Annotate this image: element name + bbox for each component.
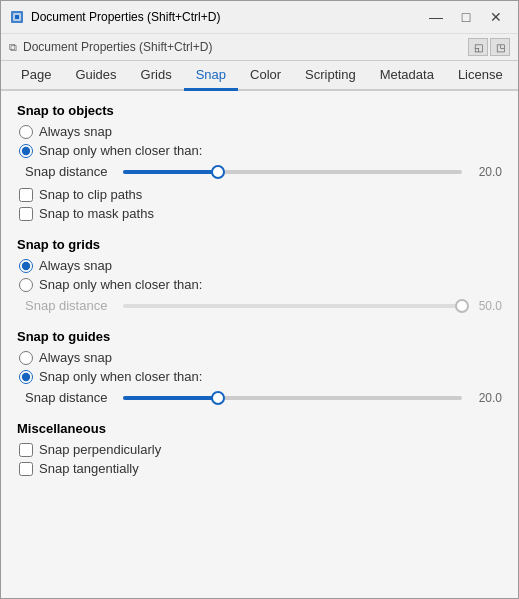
snap-objects-slider-track[interactable] [123, 170, 462, 174]
snap-to-grids-title: Snap to grids [17, 237, 502, 252]
snap-mask-paths-row: Snap to mask paths [17, 206, 502, 221]
app-icon [9, 9, 25, 25]
main-window: Document Properties (Shift+Ctrl+D) — □ ✕… [0, 0, 519, 599]
miscellaneous-title: Miscellaneous [17, 421, 502, 436]
snap-guides-only-row: Snap only when closer than: [17, 369, 502, 384]
snap-grids-only-row: Snap only when closer than: [17, 277, 502, 292]
tab-license[interactable]: License [446, 61, 515, 91]
close-button[interactable]: ✕ [482, 7, 510, 27]
snap-objects-slider-row: Snap distance 20.0 [25, 164, 502, 179]
snap-grids-slider-thumb [455, 299, 469, 313]
tab-grids[interactable]: Grids [129, 61, 184, 91]
tab-color[interactable]: Color [238, 61, 293, 91]
snap-objects-always-row: Always snap [17, 124, 502, 139]
snap-objects-slider-fill [123, 170, 218, 174]
snap-guides-only-label: Snap only when closer than: [39, 369, 202, 384]
snap-objects-slider-value: 20.0 [470, 165, 502, 179]
miscellaneous-section: Miscellaneous Snap perpendicularly Snap … [17, 421, 502, 476]
snap-clip-paths-row: Snap to clip paths [17, 187, 502, 202]
minimize-button[interactable]: — [422, 7, 450, 27]
secondary-ctrl-2[interactable]: ◳ [490, 38, 510, 56]
snap-to-grids-section: Snap to grids Always snap Snap only when… [17, 237, 502, 313]
snap-perpendicularly-row: Snap perpendicularly [17, 442, 502, 457]
snap-objects-always-radio[interactable] [19, 125, 33, 139]
snap-objects-always-label: Always snap [39, 124, 112, 139]
snap-to-guides-section: Snap to guides Always snap Snap only whe… [17, 329, 502, 405]
maximize-button[interactable]: □ [452, 7, 480, 27]
secondary-title: Document Properties (Shift+Ctrl+D) [23, 40, 212, 54]
tab-snap[interactable]: Snap [184, 61, 238, 91]
secondary-ctrl-1[interactable]: ◱ [468, 38, 488, 56]
snap-to-objects-section: Snap to objects Always snap Snap only wh… [17, 103, 502, 221]
snap-grids-slider-label: Snap distance [25, 298, 115, 313]
snap-grids-slider-value: 50.0 [470, 299, 502, 313]
snap-to-objects-title: Snap to objects [17, 103, 502, 118]
snap-guides-slider-value: 20.0 [470, 391, 502, 405]
snap-guides-slider-fill [123, 396, 218, 400]
snap-perpendicularly-label: Snap perpendicularly [39, 442, 161, 457]
tab-page[interactable]: Page [9, 61, 63, 91]
snap-objects-slider-label: Snap distance [25, 164, 115, 179]
window-title: Document Properties (Shift+Ctrl+D) [31, 10, 416, 24]
snap-grids-always-label: Always snap [39, 258, 112, 273]
tab-scripting[interactable]: Scripting [293, 61, 368, 91]
tab-bar: Page Guides Grids Snap Color Scripting M… [1, 61, 518, 91]
snap-grids-only-radio[interactable] [19, 278, 33, 292]
window-controls: — □ ✕ [422, 7, 510, 27]
secondary-controls: ◱ ◳ [468, 38, 510, 56]
snap-guides-only-radio[interactable] [19, 370, 33, 384]
snap-guides-slider-row: Snap distance 20.0 [25, 390, 502, 405]
snap-tangentially-label: Snap tangentially [39, 461, 139, 476]
snap-guides-always-label: Always snap [39, 350, 112, 365]
snap-guides-slider-track[interactable] [123, 396, 462, 400]
title-bar: Document Properties (Shift+Ctrl+D) — □ ✕ [1, 1, 518, 34]
snap-mask-paths-checkbox[interactable] [19, 207, 33, 221]
snap-grids-slider-row: Snap distance 50.0 [25, 298, 502, 313]
snap-objects-only-radio[interactable] [19, 144, 33, 158]
snap-grids-slider-track [123, 304, 462, 308]
secondary-icon: ⧉ [9, 41, 17, 54]
tab-metadata[interactable]: Metadata [368, 61, 446, 91]
snap-objects-slider-thumb[interactable] [211, 165, 225, 179]
snap-mask-paths-label: Snap to mask paths [39, 206, 154, 221]
tab-guides[interactable]: Guides [63, 61, 128, 91]
snap-objects-only-label: Snap only when closer than: [39, 143, 202, 158]
snap-perpendicularly-checkbox[interactable] [19, 443, 33, 457]
content-area: Snap to objects Always snap Snap only wh… [1, 91, 518, 598]
secondary-bar: ⧉ Document Properties (Shift+Ctrl+D) ◱ ◳ [1, 34, 518, 61]
snap-grids-always-row: Always snap [17, 258, 502, 273]
snap-guides-always-radio[interactable] [19, 351, 33, 365]
snap-objects-only-row: Snap only when closer than: [17, 143, 502, 158]
snap-tangentially-checkbox[interactable] [19, 462, 33, 476]
snap-guides-slider-thumb[interactable] [211, 391, 225, 405]
snap-guides-slider-label: Snap distance [25, 390, 115, 405]
snap-clip-paths-checkbox[interactable] [19, 188, 33, 202]
snap-clip-paths-label: Snap to clip paths [39, 187, 142, 202]
snap-grids-always-radio[interactable] [19, 259, 33, 273]
snap-to-guides-title: Snap to guides [17, 329, 502, 344]
snap-tangentially-row: Snap tangentially [17, 461, 502, 476]
snap-grids-only-label: Snap only when closer than: [39, 277, 202, 292]
svg-rect-2 [15, 15, 19, 19]
snap-guides-always-row: Always snap [17, 350, 502, 365]
